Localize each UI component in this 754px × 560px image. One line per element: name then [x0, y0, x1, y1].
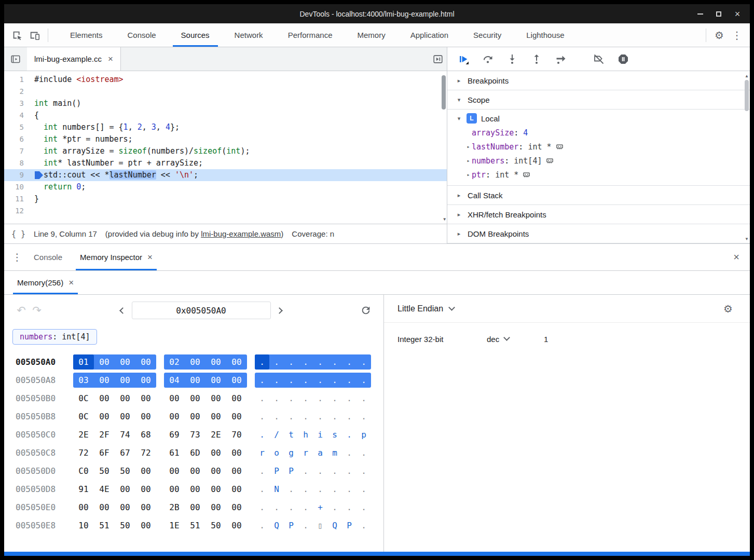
memory-byte[interactable]: 00 [135, 391, 156, 406]
memory-byte[interactable]: 51 [94, 518, 115, 533]
tab-sources[interactable]: Sources [169, 23, 222, 47]
ascii-char[interactable]: / [269, 427, 284, 442]
ascii-char[interactable]: p [357, 427, 371, 442]
memory-byte[interactable]: 50 [94, 463, 115, 479]
memory-chip-icon[interactable] [523, 171, 530, 179]
memory-byte[interactable]: 00 [135, 373, 156, 388]
undo-icon[interactable]: ↶ [13, 303, 29, 318]
ascii-char[interactable]: . [327, 409, 342, 424]
step-into-icon[interactable] [504, 51, 520, 67]
memory-byte[interactable]: 00 [115, 354, 135, 370]
ascii-char[interactable]: . [284, 482, 298, 497]
memory-byte[interactable]: 00 [185, 409, 205, 424]
pause-on-exceptions-icon[interactable] [615, 51, 631, 67]
line-number[interactable]: 1 [4, 74, 34, 86]
memory-byte[interactable]: 73 [185, 427, 205, 442]
ascii-char[interactable]: . [284, 409, 298, 424]
ascii-char[interactable]: P [269, 463, 284, 479]
memory-byte[interactable]: 00 [115, 409, 135, 424]
ascii-char[interactable]: . [327, 500, 342, 515]
memory-byte[interactable]: 00 [226, 518, 247, 533]
kebab-menu-icon[interactable]: ⋮ [9, 250, 25, 265]
close-icon[interactable]: × [68, 278, 74, 287]
memory-byte[interactable]: 00 [226, 354, 247, 370]
ascii-char[interactable]: Q [269, 518, 284, 533]
scope-variable[interactable]: ▸lastNumber: int * [447, 140, 750, 154]
memory-byte[interactable]: 00 [135, 500, 156, 515]
editor-scrollbar[interactable]: ▼ [440, 71, 447, 224]
tab-security[interactable]: Security [461, 23, 514, 47]
ascii-char[interactable]: . [255, 373, 269, 388]
memory-byte[interactable]: 2B [164, 500, 185, 515]
memory-byte[interactable]: 00 [115, 482, 135, 497]
memory-byte[interactable]: 02 [164, 354, 185, 370]
ascii-char[interactable]: . [357, 391, 371, 406]
ascii-char[interactable]: i [313, 427, 327, 442]
deactivate-breakpoints-icon[interactable] [591, 51, 607, 67]
memory-byte[interactable]: 00 [205, 500, 226, 515]
memory-byte[interactable]: 0C [73, 391, 94, 406]
ascii-char[interactable]: . [255, 409, 269, 424]
ascii-char[interactable]: t [284, 427, 298, 442]
ascii-char[interactable]: . [357, 482, 371, 497]
ascii-char[interactable]: . [298, 463, 313, 479]
value-settings-gear-icon[interactable]: ⚙ [720, 301, 736, 317]
inspect-icon[interactable] [8, 26, 26, 44]
line-number[interactable]: 11 [4, 193, 34, 205]
ascii-char[interactable]: . [357, 463, 371, 479]
ascii-char[interactable]: . [327, 373, 342, 388]
memory-byte[interactable]: 91 [73, 482, 94, 497]
kebab-menu-icon[interactable]: ⋮ [728, 26, 746, 44]
memory-byte[interactable]: 00 [135, 354, 156, 370]
memory-byte[interactable]: 68 [135, 427, 156, 442]
scrollbar-thumb[interactable] [745, 80, 749, 111]
tab-lighthouse[interactable]: Lighthouse [514, 23, 577, 47]
ascii-char[interactable]: o [269, 445, 284, 460]
memory-byte[interactable]: 00 [185, 354, 205, 370]
memory-byte[interactable]: 00 [94, 373, 115, 388]
ascii-char[interactable]: P [342, 518, 357, 533]
section-xhr-breakpoints[interactable]: ▸ XHR/fetch Breakpoints [447, 205, 750, 224]
section-breakpoints[interactable]: ▸ Breakpoints [447, 71, 750, 90]
titlebar[interactable]: DevTools - localhost:4000/lmi-bug-exampl… [4, 4, 750, 23]
address-back-icon[interactable] [115, 304, 129, 317]
tab-memory[interactable]: Memory [345, 23, 398, 47]
memory-byte[interactable]: 00 [115, 373, 135, 388]
sidebar-scrollbar[interactable]: ▲ ▼ [743, 72, 750, 243]
scope-variable[interactable]: ▸ptr: int * [447, 168, 750, 182]
ascii-char[interactable]: . [284, 391, 298, 406]
memory-byte[interactable]: 00 [73, 500, 94, 515]
memory-byte[interactable]: 00 [115, 391, 135, 406]
memory-byte[interactable]: 2E [73, 427, 94, 442]
ascii-char[interactable]: m [327, 445, 342, 460]
tab-elements[interactable]: Elements [58, 23, 115, 47]
ascii-char[interactable]: . [313, 354, 327, 370]
ascii-char[interactable]: ▯ [313, 518, 327, 533]
memory-byte[interactable]: 10 [73, 518, 94, 533]
memory-chip-icon[interactable] [556, 143, 564, 151]
memory-byte[interactable]: 00 [94, 391, 115, 406]
close-button[interactable]: × [731, 8, 744, 20]
ascii-char[interactable]: . [327, 391, 342, 406]
ascii-char[interactable]: + [313, 500, 327, 515]
memory-byte[interactable]: 69 [164, 427, 185, 442]
pretty-print-icon[interactable]: { } [11, 229, 25, 239]
ascii-char[interactable]: . [342, 463, 357, 479]
tab-application[interactable]: Application [398, 23, 461, 47]
minimize-button[interactable] [694, 8, 706, 20]
ascii-char[interactable]: . [357, 409, 371, 424]
ascii-char[interactable]: . [313, 391, 327, 406]
memory-byte[interactable]: 00 [185, 482, 205, 497]
ascii-char[interactable]: . [327, 354, 342, 370]
memory-byte[interactable]: 50 [205, 518, 226, 533]
ascii-char[interactable]: . [284, 354, 298, 370]
memory-byte[interactable]: 00 [226, 463, 247, 479]
memory-byte[interactable]: 00 [115, 500, 135, 515]
memory-byte[interactable]: 67 [115, 445, 135, 460]
ascii-char[interactable]: . [255, 518, 269, 533]
code-editor[interactable]: 1#include <iostream>23int main()4{5 int … [4, 71, 447, 224]
ascii-char[interactable]: . [313, 409, 327, 424]
toggle-navigator-icon[interactable] [4, 47, 27, 71]
memory-byte[interactable]: 00 [94, 354, 115, 370]
memory-byte[interactable]: 01 [73, 354, 94, 370]
